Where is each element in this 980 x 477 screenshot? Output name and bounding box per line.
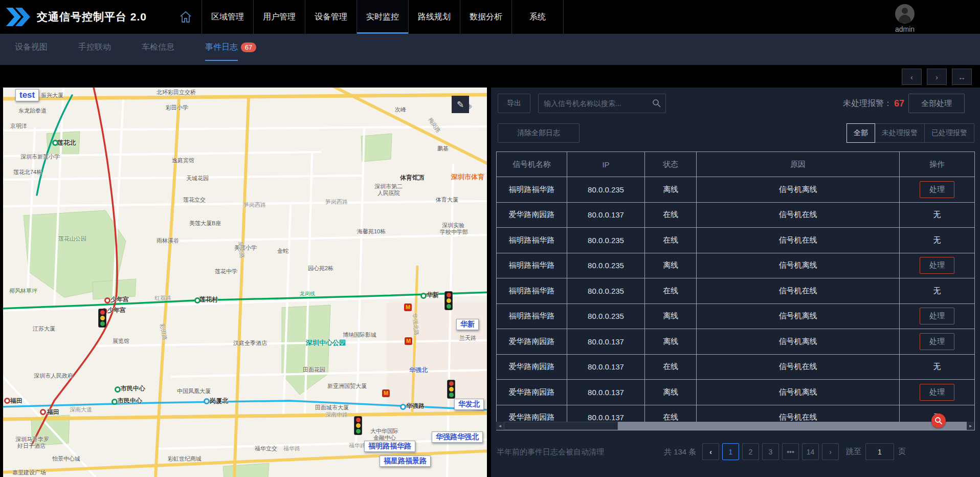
tab-label: 车检信息: [142, 42, 174, 53]
signal-location-label[interactable]: 华发北: [454, 399, 484, 410]
search-input[interactable]: [538, 94, 666, 113]
tab[interactable]: 手控联动: [78, 34, 111, 61]
map-locate-button[interactable]: [931, 414, 946, 428]
page-button[interactable]: 2: [742, 443, 759, 460]
map-label: 彩田小学: [166, 104, 188, 112]
status-cell: 在线: [645, 202, 697, 228]
nav-item[interactable]: 数据分析: [460, 0, 511, 34]
signal-location-label[interactable]: 华强路华强北: [432, 431, 483, 443]
map-label: 莲花北74栋: [13, 168, 42, 176]
user-menu[interactable]: admin: [884, 4, 925, 33]
filter-button[interactable]: 已处理报警: [924, 123, 974, 143]
handle-all-button[interactable]: 全部处理: [908, 94, 965, 113]
expand-button[interactable]: ↔: [952, 69, 972, 85]
status-cell: 在线: [645, 228, 697, 253]
jump-page-input[interactable]: [865, 443, 894, 460]
collapse-left-button[interactable]: ‹: [902, 69, 922, 85]
nav-item[interactable]: 系统: [511, 0, 564, 34]
handle-button[interactable]: 处理: [920, 333, 954, 350]
traffic-signal-platform: 交通信号控制平台 2.0 区域管理用户管理设备管理实时监控路线规划数据分析系统 …: [0, 0, 980, 477]
tab-label: 设备视图: [15, 42, 48, 53]
map-label: 少年宫: [110, 295, 129, 304]
map-label: 红荔路: [154, 294, 171, 302]
handle-button[interactable]: 处理: [920, 308, 954, 324]
clear-all-logs-button[interactable]: 清除全部日志: [498, 123, 580, 143]
action-cell: 处理: [900, 177, 975, 203]
handle-button[interactable]: 处理: [920, 384, 954, 401]
tab[interactable]: 车检信息: [142, 34, 174, 61]
tab[interactable]: 设备视图: [15, 34, 48, 61]
user-name: admin: [884, 25, 925, 33]
next-page-button[interactable]: ›: [822, 443, 839, 460]
traffic-light-icon[interactable]: [98, 309, 106, 328]
map-label: 江苏大厦: [33, 325, 55, 333]
map-canvas[interactable]: 振兴大厦东龙跆拳道京明洋北环彩田立交桥彩田小学次峰环上步梅岗路鹏基莲花北深圳市新…: [3, 88, 487, 477]
page-button[interactable]: 1: [722, 443, 739, 460]
nav-item[interactable]: 实时监控: [357, 0, 408, 34]
filter-button[interactable]: 全部: [847, 123, 875, 143]
scroll-right-arrow-icon[interactable]: ▸: [967, 422, 974, 430]
map-label: 展览馆: [113, 337, 129, 345]
map-label: 金蛇: [277, 247, 288, 255]
map-label: 莲花山公园: [58, 235, 86, 243]
nav-item[interactable]: 设备管理: [305, 0, 357, 34]
left-right-arrow-icon: ↔: [958, 73, 966, 81]
action-cell: 处理: [900, 303, 975, 329]
map-label: 市民中心: [121, 384, 145, 393]
map-label: 深圳中心公园: [306, 338, 346, 348]
map-label: 深圳市新莲小学: [20, 153, 60, 161]
horizontal-scrollbar[interactable]: ◂ ▸: [496, 422, 974, 430]
map-label: 中国凤凰大厦: [177, 387, 211, 395]
signal-location-label[interactable]: 福明路福华路: [364, 441, 415, 452]
signal-location-label[interactable]: test: [15, 89, 39, 101]
map-label: 深圳市人民政府: [34, 372, 73, 380]
map-label: 博纳国际影城: [343, 331, 376, 339]
map-label: 福华立交: [255, 445, 277, 452]
traffic-light-icon[interactable]: [444, 291, 453, 310]
signal-name-cell: 爱华路南园路: [497, 329, 567, 355]
unhandled-alarm-label: 未处理报警：: [843, 98, 892, 109]
chevron-left-icon: ‹: [910, 73, 913, 81]
home-button[interactable]: [170, 0, 202, 34]
total-count: 共 134 条: [664, 447, 696, 457]
map-label: 彩虹世纪商城: [168, 455, 202, 463]
scroll-left-arrow-icon[interactable]: ◂: [496, 422, 504, 430]
map-label: 田面花园: [303, 366, 325, 374]
filter-button[interactable]: 未处理报警: [875, 123, 925, 143]
tab[interactable]: 事件日志 67: [205, 34, 256, 61]
signal-location-label[interactable]: 华新: [456, 319, 479, 330]
map-label: 好日子酒店: [17, 442, 46, 450]
traffic-light-icon[interactable]: [447, 380, 455, 399]
map-edit-button[interactable]: ✎: [452, 96, 469, 113]
jump-suffix: 页: [898, 447, 906, 457]
ip-cell: 80.0.0.235: [567, 278, 645, 304]
search-icon[interactable]: [652, 99, 661, 107]
page-button[interactable]: 14: [802, 443, 819, 460]
signal-location-label[interactable]: 福星路福景路: [380, 456, 431, 467]
handle-button[interactable]: 处理: [920, 257, 954, 274]
map-label: 笋岗西路: [243, 201, 266, 209]
prev-page-button[interactable]: ‹: [702, 443, 719, 460]
collapse-right-button[interactable]: ›: [927, 69, 947, 85]
handle-button[interactable]: 处理: [920, 181, 954, 198]
export-button[interactable]: 导出: [498, 94, 530, 113]
table-row: 爱华路南园路 80.0.0.137 离线 信号机离线 处理: [497, 380, 975, 405]
reason-cell: 信号机离线: [697, 329, 900, 355]
action-cell: 无: [900, 278, 975, 304]
nav-item[interactable]: 区域管理: [202, 0, 253, 34]
reason-cell: 信号机离线: [697, 253, 900, 278]
traffic-light-icon[interactable]: [354, 416, 362, 435]
metro-station-icon: [194, 297, 201, 303]
nav-item[interactable]: 路线规划: [408, 0, 460, 34]
page-button[interactable]: •••: [782, 443, 799, 460]
map-label: 逸庭宾馆: [172, 157, 194, 164]
map-label: 华强北: [409, 366, 428, 375]
map-label: 园心苑2栋: [308, 265, 333, 272]
signal-name-cell: 爱华路南园路: [497, 354, 567, 380]
map-label: 莲花立交: [183, 196, 206, 204]
nav-item-label: 实时监控: [366, 12, 399, 23]
nav-item[interactable]: 用户管理: [253, 0, 305, 34]
scrollbar-thumb[interactable]: [504, 422, 618, 430]
page-button[interactable]: 3: [762, 443, 779, 460]
content-top-strip: ‹ › ↔: [0, 65, 980, 88]
